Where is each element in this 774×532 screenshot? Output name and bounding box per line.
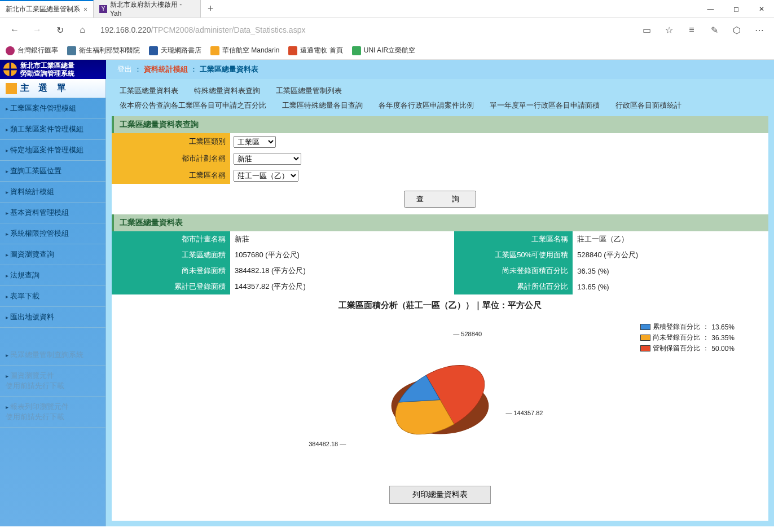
reading-icon[interactable]: ▭ — [636, 20, 657, 40]
refresh-button[interactable]: ↻ — [50, 20, 70, 40]
more-icon[interactable]: ⋯ — [749, 20, 769, 40]
result-table: 都市計畫名稱 新莊 工業區名稱 莊工一區（乙） 工業區總面積 1057680 (… — [112, 231, 768, 294]
print-button[interactable]: 列印總量資料表 — [389, 486, 491, 504]
sidebar-title: 主 選 單 — [0, 79, 105, 98]
fav-icon — [6, 46, 15, 55]
legend-swatch — [640, 335, 650, 341]
fav-3[interactable]: 華信航空 Mandarin — [210, 46, 279, 55]
query-section-title: 工業區總量資料表查詢 — [112, 116, 768, 133]
sidebar-item-3[interactable]: 查詢工業區位置 — [0, 161, 105, 182]
hub-icon[interactable]: ≡ — [681, 20, 702, 40]
result-section-title: 工業區總量資料表 — [112, 214, 768, 231]
tab1-2[interactable]: 工業區總量管制列表 — [268, 83, 350, 98]
chart-legend: 累積登錄百分比：13.65% 尚未登錄百分比：36.35% 管制保留百分比：50… — [640, 322, 735, 354]
fav-icon — [352, 46, 361, 55]
pie-chart: 累積登錄百分比：13.65% 尚未登錄百分比：36.35% 管制保留百分比：50… — [112, 316, 768, 474]
share-icon[interactable]: ⬡ — [727, 20, 747, 40]
minimize-button[interactable]: — — [698, 0, 723, 17]
sidebar-item-10[interactable]: 匯出地號資料 — [0, 307, 105, 328]
tab-label: 新北市工業區總量管制系 — [6, 5, 80, 14]
close-icon[interactable]: × — [83, 6, 87, 14]
table-row: 累計已登錄面積 144357.82 (平方公尺) 累計所佔百分比 13.65 (… — [112, 279, 768, 294]
logo-line2: 勞動查詢管理系統 — [20, 69, 74, 77]
sidebar-dim-1[interactable]: 圖資瀏覽元件 使用前請先行下載 — [0, 366, 105, 397]
sidebar-item-9[interactable]: 表單下載 — [0, 286, 105, 307]
sidebar-item-4[interactable]: 資料統計模組 — [0, 182, 105, 203]
maximize-button[interactable]: ◻ — [723, 0, 749, 17]
url-host: 192.168.0.220 — [100, 25, 151, 34]
callout-red: — 528840 — [453, 331, 482, 337]
home-button[interactable]: ⌂ — [72, 20, 93, 40]
sidebar-item-0[interactable]: 工業區案件管理模組 — [0, 98, 105, 119]
query-form: 工業區類別 工業區 都市計劃名稱 新莊 工業區名稱 莊工一區（乙） — [112, 133, 768, 184]
menu-icon — [6, 83, 17, 94]
select-zone-name[interactable]: 莊工一區（乙） — [234, 170, 298, 182]
close-button[interactable]: ✕ — [749, 0, 774, 17]
sidebar-item-6[interactable]: 系統權限控管模組 — [0, 223, 105, 244]
breadcrumb-module: 資料統計模組 — [144, 64, 188, 74]
fav-icon — [210, 46, 219, 55]
sidebar-item-1[interactable]: 類工業區案件管理模組 — [0, 119, 105, 140]
browser-toolbar: ← → ↻ ⌂ 192.168.0.220/TPCM2008/administe… — [0, 18, 774, 42]
tab1-0[interactable]: 工業區總量資料表 — [112, 83, 186, 98]
table-row: 尚未登錄面積 384482.18 (平方公尺) 尚未登錄面積百分比 36.35 … — [112, 263, 768, 279]
tab-label: 新北市政府新大樓啟用 - Yah — [110, 0, 195, 17]
sidebar-item-7[interactable]: 圖資瀏覽查詢 — [0, 244, 105, 265]
tab2-0[interactable]: 依本府公告查詢各工業區各目可申請之百分比 — [112, 98, 274, 113]
fav-icon — [67, 46, 76, 55]
tab2-2[interactable]: 各年度各行政區申請案件比例 — [371, 98, 482, 113]
query-button[interactable]: 查 詢 — [404, 191, 476, 208]
sidebar-item-2[interactable]: 特定地區案件管理模組 — [0, 140, 105, 161]
sidebar-dim-0[interactable]: 民眾總量管制查詢系統 — [0, 345, 105, 366]
table-row: 工業區總面積 1057680 (平方公尺) 工業區50%可使用面積 528840… — [112, 247, 768, 263]
favorite-icon[interactable]: ☆ — [659, 20, 679, 40]
fav-4[interactable]: 遠通電收 首頁 — [288, 46, 342, 55]
pie-svg — [384, 338, 496, 451]
breadcrumb-page: 工業區總量資料表 — [200, 64, 258, 74]
app-logo: 新北市工業區總量 勞動查詢管理系統 — [0, 61, 106, 77]
chart-title: 工業區面積分析（莊工一區（乙））｜單位：平方公尺 — [112, 294, 768, 316]
logo-line1: 新北市工業區總量 — [20, 61, 74, 69]
main-content: 工業區總量資料表 特殊總量資料表查詢 工業區總量管制列表 依本府公告查詢各工業區… — [106, 79, 774, 526]
new-tab-button[interactable]: + — [201, 0, 221, 17]
fav-5[interactable]: UNI AIR立榮航空 — [352, 46, 415, 55]
forward-button[interactable]: → — [27, 20, 47, 40]
app-header: 新北市工業區總量 勞動查詢管理系統 登出 ： 資料統計模組 ： 工業區總量資料表 — [0, 60, 774, 79]
tab2-3[interactable]: 單一年度單一行政區各目申請面積 — [482, 98, 608, 113]
fav-1[interactable]: 衛生福利部雙和醫院 — [67, 46, 140, 55]
browser-tab-1[interactable]: Y 新北市政府新大樓啟用 - Yah — [94, 0, 201, 17]
select-plan-name[interactable]: 新莊 — [234, 153, 301, 165]
tab1-1[interactable]: 特殊總量資料表查詢 — [186, 83, 268, 98]
url-path: /TPCM2008/administer/Data_Statistics.asp… — [151, 25, 306, 34]
label-plan-name: 都市計劃名稱 — [112, 150, 230, 167]
tab-row-2: 依本府公告查詢各工業區各目可申請之百分比 工業區特殊總量各目查詢 各年度各行政區… — [106, 98, 774, 116]
sidebar-item-5[interactable]: 基本資料管理模組 — [0, 203, 105, 223]
window-titlebar: 新北市工業區總量管制系 × Y 新北市政府新大樓啟用 - Yah + — ◻ ✕ — [0, 0, 774, 18]
label-zone-name: 工業區名稱 — [112, 167, 230, 184]
tab2-1[interactable]: 工業區特殊總量各目查詢 — [274, 98, 371, 113]
yahoo-icon: Y — [99, 5, 107, 13]
fav-0[interactable]: 台灣銀行匯率 — [6, 46, 58, 55]
sidebar: 主 選 單 工業區案件管理模組 類工業區案件管理模組 特定地區案件管理模組 查詢… — [0, 79, 106, 526]
logout-link[interactable]: 登出 — [117, 64, 132, 74]
back-button[interactable]: ← — [5, 20, 25, 40]
fav-icon — [288, 46, 297, 55]
notes-icon[interactable]: ✎ — [704, 20, 724, 40]
callout-blue: — 144357.82 — [505, 410, 543, 416]
callout-orange: 384482.18 — — [309, 441, 346, 447]
select-industry-type[interactable]: 工業區 — [234, 136, 276, 148]
legend-swatch — [640, 324, 650, 330]
sidebar-dim-2[interactable]: 報表列印瀏覽元件 使用前請先行下載 — [0, 397, 105, 428]
logo-icon — [2, 61, 18, 77]
tab-row-1: 工業區總量資料表 特殊總量資料表查詢 工業區總量管制列表 — [106, 79, 774, 98]
fav-icon — [149, 46, 158, 55]
legend-swatch — [640, 345, 650, 351]
url-bar[interactable]: 192.168.0.220/TPCM2008/administer/Data_S… — [100, 25, 628, 34]
table-row: 都市計畫名稱 新莊 工業區名稱 莊工一區（乙） — [112, 231, 768, 247]
label-industry-type: 工業區類別 — [112, 133, 230, 150]
sidebar-item-8[interactable]: 法規查詢 — [0, 265, 105, 286]
favorites-bar: 台灣銀行匯率 衛生福利部雙和醫院 天瓏網路書店 華信航空 Mandarin 遠通… — [0, 42, 774, 60]
fav-2[interactable]: 天瓏網路書店 — [149, 46, 201, 55]
browser-tab-0[interactable]: 新北市工業區總量管制系 × — [0, 0, 94, 17]
tab2-4[interactable]: 行政區各目面積統計 — [608, 98, 689, 113]
